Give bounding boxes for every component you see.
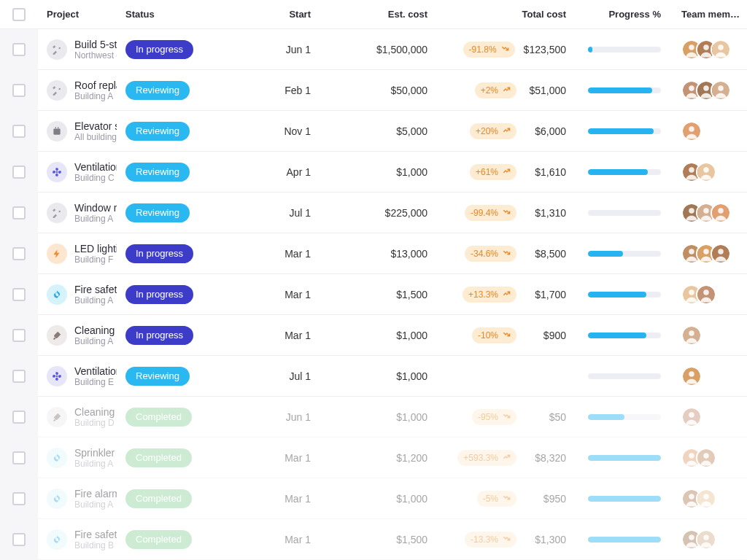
progress-cell <box>572 373 667 379</box>
avatar[interactable] <box>696 489 716 509</box>
start-date: Apr 1 <box>287 166 311 178</box>
team-avatars[interactable] <box>681 489 716 509</box>
status-pill[interactable]: Completed <box>125 530 192 549</box>
status-pill[interactable]: Reviewing <box>125 203 190 222</box>
team-avatars[interactable] <box>681 39 731 60</box>
project-cell[interactable]: Cleaning Building A <box>38 324 120 346</box>
col-header-status[interactable]: Status <box>120 9 200 20</box>
project-cell[interactable]: Window replacement Building A <box>38 202 120 224</box>
status-pill[interactable]: Reviewing <box>125 81 190 100</box>
table-row[interactable]: Roof replacement Building A Reviewing Fe… <box>38 70 747 111</box>
project-cell[interactable]: Fire safety audit Building B <box>38 529 120 551</box>
svg-point-3 <box>703 44 709 50</box>
team-avatars[interactable] <box>681 407 702 427</box>
team-avatars[interactable] <box>681 366 702 386</box>
col-header-total[interactable]: Total cost <box>433 9 572 20</box>
row-checkbox[interactable] <box>12 370 26 383</box>
project-cell[interactable]: Ventilation check Building E <box>38 365 120 387</box>
team-avatars[interactable] <box>681 162 716 182</box>
cost-delta-badge: +2% <box>475 82 516 98</box>
project-cell[interactable]: Build 5-story building Northwest corner <box>38 39 120 61</box>
team-avatars[interactable] <box>681 80 731 101</box>
team-avatars[interactable] <box>681 244 731 264</box>
avatar[interactable] <box>711 80 731 101</box>
row-checkbox[interactable] <box>12 247 26 260</box>
avatar[interactable] <box>696 162 716 182</box>
select-all-checkbox[interactable] <box>12 8 26 21</box>
project-cell[interactable]: LED lighting Building F <box>38 243 120 265</box>
project-cell[interactable]: Fire safety audit Building A <box>38 284 120 306</box>
svg-point-1 <box>689 44 694 50</box>
status-pill[interactable]: In progress <box>125 285 193 304</box>
avatar[interactable] <box>711 39 731 60</box>
start-date: Mar 1 <box>285 452 311 464</box>
table-row[interactable]: Window replacement Building A Reviewing … <box>38 192 747 233</box>
col-header-project[interactable]: Project <box>38 9 120 20</box>
project-cell[interactable]: Ventilation upgrade Building C <box>38 161 120 183</box>
avatar[interactable] <box>681 325 702 346</box>
project-cell[interactable]: Sprinkler service Building A <box>38 447 120 469</box>
status-pill[interactable]: Completed <box>125 408 192 427</box>
status-pill[interactable]: In progress <box>125 326 193 345</box>
trend-up-icon <box>503 126 511 136</box>
table-row[interactable]: Fire safety audit Building A In progress… <box>38 274 747 315</box>
table-row[interactable]: Build 5-story building Northwest corner … <box>38 29 747 70</box>
row-checkbox[interactable] <box>12 43 26 56</box>
trend-down-icon <box>503 534 511 545</box>
status-pill[interactable]: Reviewing <box>125 367 190 386</box>
table-row[interactable]: Cleaning Building A In progress Mar 1 $1… <box>38 315 747 356</box>
status-pill[interactable]: Reviewing <box>125 122 190 141</box>
row-checkbox[interactable] <box>12 166 26 179</box>
project-cell[interactable]: Roof replacement Building A <box>38 79 120 101</box>
status-pill[interactable]: Completed <box>125 448 192 467</box>
row-checkbox-cell <box>0 519 38 560</box>
avatar[interactable] <box>696 448 716 468</box>
status-pill[interactable]: In progress <box>125 244 193 263</box>
row-checkbox-cell <box>0 70 38 111</box>
row-checkbox[interactable] <box>12 492 26 505</box>
status-pill[interactable]: Completed <box>125 489 192 508</box>
row-checkbox[interactable] <box>12 206 26 219</box>
svg-rect-14 <box>58 127 58 128</box>
row-checkbox[interactable] <box>12 533 26 546</box>
project-title: Elevator service <box>74 120 117 132</box>
row-checkbox[interactable] <box>12 451 26 464</box>
status-pill[interactable]: Reviewing <box>125 163 190 182</box>
row-checkbox[interactable] <box>12 288 26 301</box>
project-cell[interactable]: Fire alarm test Building A <box>38 488 120 510</box>
est-cost: $1,500 <box>396 534 427 545</box>
table-row[interactable]: Fire alarm test Building A Completed Mar… <box>38 478 747 519</box>
avatar[interactable] <box>681 366 702 386</box>
table-row[interactable]: Ventilation check Building E Reviewing J… <box>38 356 747 397</box>
team-avatars[interactable] <box>681 284 716 305</box>
team-avatars[interactable] <box>681 448 716 468</box>
status-cell: Reviewing <box>120 163 200 182</box>
avatar[interactable] <box>681 121 702 141</box>
team-avatars[interactable] <box>681 325 702 346</box>
table-row[interactable]: Sprinkler service Building A Completed M… <box>38 438 747 478</box>
project-cell[interactable]: Cleaning Building D <box>38 406 120 428</box>
col-header-start[interactable]: Start <box>200 9 317 20</box>
col-header-est[interactable]: Est. cost <box>317 9 433 20</box>
avatar[interactable] <box>711 244 731 264</box>
status-pill[interactable]: In progress <box>125 40 193 59</box>
table-row[interactable]: Elevator service All buildings Reviewing… <box>38 111 747 152</box>
team-avatars[interactable] <box>681 529 716 550</box>
col-header-team[interactable]: Team members <box>667 9 747 20</box>
table-row[interactable]: Cleaning Building D Completed Jun 1 $1,0… <box>38 397 747 438</box>
table-row[interactable]: Ventilation upgrade Building C Reviewing… <box>38 152 747 192</box>
avatar[interactable] <box>696 284 716 305</box>
col-header-progress[interactable]: Progress % <box>572 9 667 20</box>
row-checkbox[interactable] <box>12 411 26 424</box>
project-cell[interactable]: Elevator service All buildings <box>38 120 120 142</box>
team-avatars[interactable] <box>681 121 702 141</box>
table-row[interactable]: LED lighting Building F In progress Mar … <box>38 233 747 274</box>
row-checkbox[interactable] <box>12 84 26 97</box>
team-avatars[interactable] <box>681 203 731 223</box>
avatar[interactable] <box>696 529 716 550</box>
table-row[interactable]: Fire safety audit Building B Completed M… <box>38 519 747 560</box>
row-checkbox[interactable] <box>12 329 26 342</box>
row-checkbox[interactable] <box>12 125 26 138</box>
avatar[interactable] <box>681 407 702 427</box>
avatar[interactable] <box>711 203 731 223</box>
